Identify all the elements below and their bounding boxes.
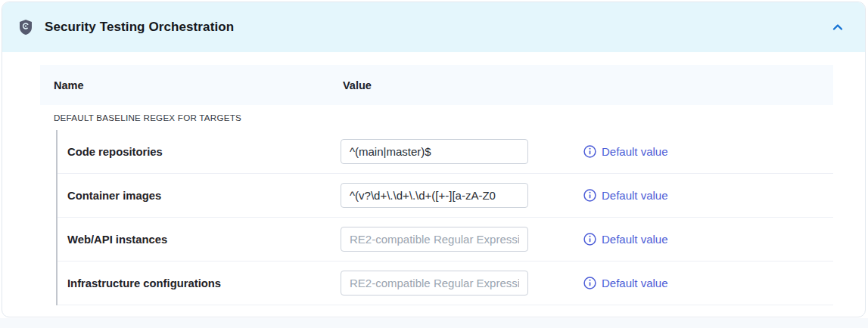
section-label: DEFAULT BASELINE REGEX FOR TARGETS bbox=[40, 105, 832, 130]
column-header-value: Value bbox=[343, 79, 372, 91]
default-value-link[interactable]: Default value bbox=[583, 233, 668, 246]
default-value-label: Default value bbox=[602, 233, 668, 246]
panel-title: Security Testing Orchestration bbox=[45, 20, 827, 35]
row-label: Code repositories bbox=[67, 146, 341, 158]
default-value-label: Default value bbox=[602, 145, 668, 158]
settings-rows-group: Code repositories Default value Containe… bbox=[56, 130, 833, 305]
panel-header[interactable]: Security Testing Orchestration bbox=[2, 2, 865, 52]
default-value-link[interactable]: Default value bbox=[583, 277, 668, 289]
row-label: Web/API instances bbox=[67, 234, 341, 246]
panel-body: Name Value DEFAULT BASELINE REGEX FOR TA… bbox=[2, 52, 865, 305]
column-header-name: Name bbox=[40, 79, 84, 91]
shield-scan-icon bbox=[17, 18, 34, 36]
row-label: Infrastructure configurations bbox=[67, 277, 341, 289]
regex-input-infrastructure-configurations[interactable] bbox=[341, 271, 528, 296]
default-value-link[interactable]: Default value bbox=[583, 189, 668, 202]
regex-input-code-repositories[interactable] bbox=[341, 139, 528, 164]
regex-input-web-api-instances[interactable] bbox=[341, 227, 528, 252]
table-header-row: Name Value bbox=[40, 65, 833, 105]
row-label: Container images bbox=[67, 190, 341, 202]
table-row-container-images: Container images Default value bbox=[58, 174, 833, 218]
security-testing-orchestration-panel: Security Testing Orchestration Name Valu… bbox=[2, 2, 866, 317]
table-row-web-api-instances: Web/API instances Default value bbox=[58, 218, 833, 261]
info-icon bbox=[583, 189, 596, 202]
table-row-infrastructure-configurations: Infrastructure configurations Default va… bbox=[58, 261, 833, 305]
default-value-label: Default value bbox=[602, 277, 668, 289]
info-icon bbox=[583, 277, 596, 289]
table-row-code-repositories: Code repositories Default value bbox=[58, 130, 833, 174]
page-background bbox=[0, 318, 868, 328]
info-icon bbox=[583, 145, 596, 158]
default-value-label: Default value bbox=[602, 189, 668, 202]
chevron-up-icon[interactable] bbox=[827, 17, 848, 38]
regex-input-container-images[interactable] bbox=[341, 183, 528, 208]
default-value-link[interactable]: Default value bbox=[583, 145, 668, 158]
info-icon bbox=[583, 233, 596, 246]
